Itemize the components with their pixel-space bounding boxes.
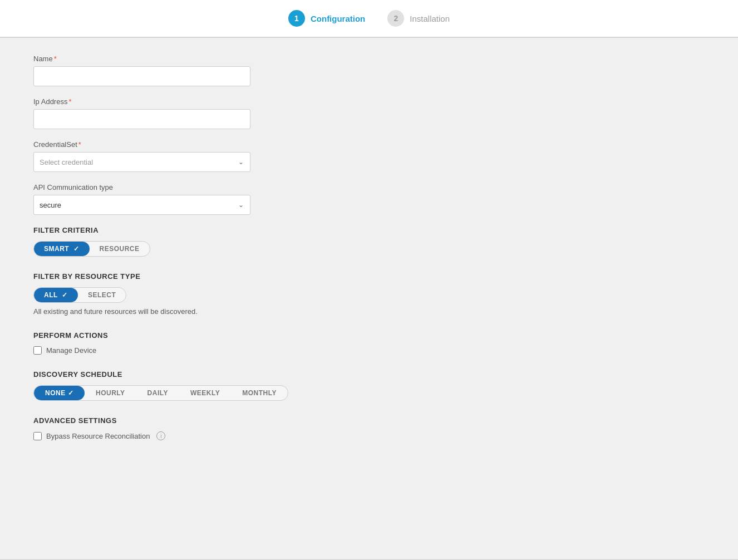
filter-resource-type-title: FILTER BY RESOURCE TYPE — [33, 272, 301, 281]
name-form-group: Name* — [33, 55, 301, 86]
manage-device-label: Manage Device — [46, 346, 96, 355]
ip-address-form-group: Ip Address* — [33, 97, 301, 129]
perform-actions-title: PERFORM ACTIONS — [33, 331, 301, 340]
filter-resource-description: All existing and future resources will b… — [33, 307, 301, 316]
credential-set-label: CredentialSet* — [33, 140, 301, 149]
filter-criteria-title: FILTER CRITERIA — [33, 226, 301, 234]
advanced-settings-title: ADVANCED SETTINGS — [33, 416, 301, 425]
ip-address-input[interactable] — [33, 109, 250, 129]
filter-criteria-resource-btn[interactable]: RESOURCE — [90, 242, 150, 256]
filter-resource-select-btn[interactable]: SELECT — [78, 288, 126, 302]
step-2-circle: 2 — [387, 10, 404, 27]
manage-device-checkbox[interactable] — [33, 346, 42, 355]
discovery-schedule-section: DISCOVERY SCHEDULE NONE ✓ HOURLY DAILY W… — [33, 370, 301, 401]
discovery-schedule-title: DISCOVERY SCHEDULE — [33, 370, 301, 379]
ip-address-label: Ip Address* — [33, 97, 301, 106]
bypass-reconciliation-label: Bypass Resource Reconciliation — [46, 432, 150, 440]
api-communication-label: API Communication type — [33, 183, 301, 191]
step-2-label: Installation — [410, 14, 450, 23]
bypass-reconciliation-info-icon[interactable]: i — [156, 431, 165, 440]
schedule-none-btn[interactable]: NONE ✓ — [34, 386, 85, 400]
perform-actions-section: PERFORM ACTIONS Manage Device — [33, 331, 301, 355]
filter-resource-type-toggle-group: ALL ✓ SELECT — [33, 287, 126, 303]
step-installation: 2 Installation — [387, 10, 450, 27]
schedule-weekly-btn[interactable]: WEEKLY — [179, 386, 231, 400]
schedule-hourly-btn[interactable]: HOURLY — [85, 386, 136, 400]
filter-criteria-smart-btn[interactable]: SMART ✓ — [34, 242, 90, 256]
schedule-monthly-btn[interactable]: MONTHLY — [231, 386, 288, 400]
name-label: Name* — [33, 55, 301, 63]
step-1-label: Configuration — [311, 14, 365, 23]
filter-resource-all-btn[interactable]: ALL ✓ — [34, 288, 78, 302]
credential-set-form-group: CredentialSet* Select credential ⌄ — [33, 140, 301, 172]
filter-criteria-section: FILTER CRITERIA SMART ✓ RESOURCE — [33, 226, 301, 257]
stepper: 1 Configuration 2 Installation — [0, 0, 738, 37]
step-1-circle: 1 — [288, 10, 305, 27]
api-communication-select[interactable]: secure non-secure — [33, 195, 250, 215]
api-communication-form-group: API Communication type secure non-secure… — [33, 183, 301, 215]
name-input[interactable] — [33, 66, 250, 86]
api-communication-wrapper: secure non-secure ⌄ — [33, 195, 250, 215]
filter-resource-type-section: FILTER BY RESOURCE TYPE ALL ✓ SELECT All… — [33, 272, 301, 316]
manage-device-row: Manage Device — [33, 346, 301, 355]
schedule-daily-btn[interactable]: DAILY — [136, 386, 179, 400]
main-content: Name* Ip Address* CredentialSet* Select … — [0, 38, 334, 473]
advanced-settings-section: ADVANCED SETTINGS Bypass Resource Reconc… — [33, 416, 301, 440]
step-configuration: 1 Configuration — [288, 10, 365, 27]
credential-set-wrapper: Select credential ⌄ — [33, 152, 250, 172]
bypass-reconciliation-checkbox[interactable] — [33, 432, 42, 440]
filter-criteria-toggle-group: SMART ✓ RESOURCE — [33, 241, 150, 257]
bypass-reconciliation-row: Bypass Resource Reconciliation i — [33, 431, 301, 440]
discovery-schedule-toggle-group: NONE ✓ HOURLY DAILY WEEKLY MONTHLY — [33, 385, 288, 401]
credential-set-select[interactable]: Select credential — [33, 152, 250, 172]
